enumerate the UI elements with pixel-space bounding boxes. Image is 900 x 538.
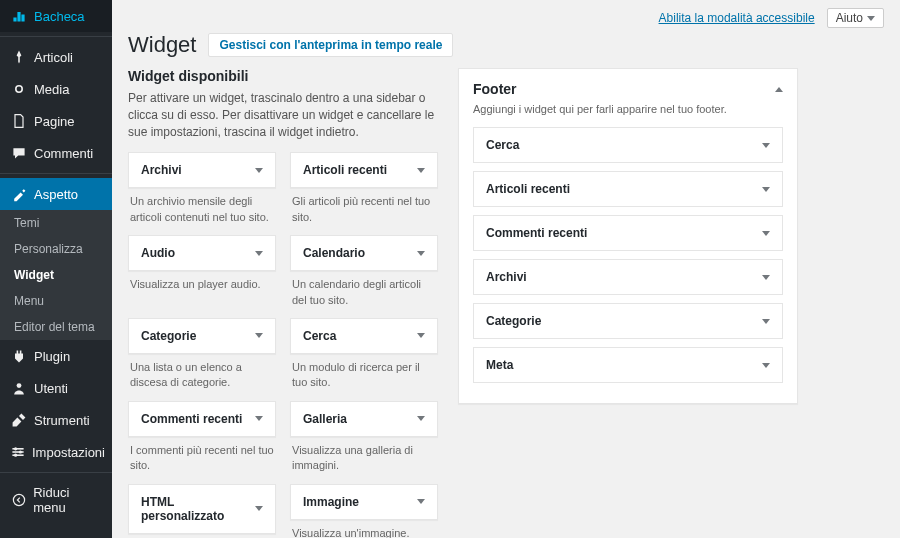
footer-widget-item[interactable]: Articoli recenti (473, 171, 783, 207)
sidebar-item-impostazioni[interactable]: Impostazioni (0, 436, 112, 468)
available-widget: AudioVisualizza un player audio. (128, 235, 276, 308)
widget-name: HTML personalizzato (141, 495, 255, 523)
widget-head[interactable]: Audio (128, 235, 276, 271)
chevron-down-icon (417, 251, 425, 256)
sidebar-item-plugin[interactable]: Plugin (0, 340, 112, 372)
sidebar-label: Plugin (34, 349, 70, 364)
widget-head[interactable]: Categorie (128, 318, 276, 354)
admin-sidebar: Bacheca Articoli Media Pagine Commenti A… (0, 0, 112, 538)
widget-head[interactable]: Immagine (290, 484, 438, 520)
available-widget: CercaUn modulo di ricerca per il tuo sit… (290, 318, 438, 391)
chevron-down-icon (417, 499, 425, 504)
media-icon (10, 81, 28, 97)
sidebar-label: Impostazioni (32, 445, 105, 460)
widget-head[interactable]: Commenti recenti (128, 401, 276, 437)
chevron-down-icon (417, 168, 425, 173)
widget-name: Meta (486, 358, 513, 372)
widget-name: Categorie (141, 329, 196, 343)
widget-name: Categorie (486, 314, 541, 328)
sidebar-sub-editor[interactable]: Editor del tema (0, 314, 112, 340)
widget-name: Galleria (303, 412, 347, 426)
available-widget: CategorieUna lista o un elenco a discesa… (128, 318, 276, 391)
sidebar-label: Commenti (34, 146, 93, 161)
sidebar-item-collapse[interactable]: Riduci menu (0, 477, 112, 523)
widget-area-toggle[interactable]: Footer (473, 81, 783, 97)
chevron-down-icon (762, 319, 770, 324)
widget-name: Cerca (303, 329, 336, 343)
pin-icon (10, 49, 28, 65)
widget-head[interactable]: Articoli recenti (290, 152, 438, 188)
chevron-down-icon (867, 16, 875, 21)
svg-point-1 (17, 383, 22, 388)
chevron-down-icon (255, 251, 263, 256)
widget-area-footer: Footer Aggiungi i widget qui per farli a… (458, 68, 798, 404)
widget-area-title: Footer (473, 81, 517, 97)
widget-desc: Un modulo di ricerca per il tuo sito. (290, 354, 438, 391)
sidebar-label: Articoli (34, 50, 73, 65)
sidebar-item-bacheca[interactable]: Bacheca (0, 0, 112, 32)
plugin-icon (10, 348, 28, 364)
available-widgets-heading: Widget disponibili (128, 68, 438, 84)
widget-name: Archivi (486, 270, 527, 284)
footer-widget-item[interactable]: Commenti recenti (473, 215, 783, 251)
help-button[interactable]: Aiuto (827, 8, 884, 28)
available-widgets-grid: ArchiviUn archivio mensile degli articol… (128, 152, 438, 538)
main-content: Abilita la modalità accessibile Aiuto Wi… (112, 0, 900, 538)
widget-name: Archivi (141, 163, 182, 177)
widget-desc: Visualizza una galleria di immagini. (290, 437, 438, 474)
widget-desc: Gli articoli più recenti nel tuo sito. (290, 188, 438, 225)
chevron-down-icon (255, 506, 263, 511)
available-widgets-intro: Per attivare un widget, trascinalo dentr… (128, 90, 438, 140)
sidebar-sub-personalizza[interactable]: Personalizza (0, 236, 112, 262)
footer-widget-item[interactable]: Categorie (473, 303, 783, 339)
widget-head[interactable]: Archivi (128, 152, 276, 188)
svg-point-8 (13, 494, 24, 505)
footer-widget-item[interactable]: Meta (473, 347, 783, 383)
widget-desc: Codice HTML arbitrario. (128, 534, 276, 538)
widget-desc: Un calendario degli articoli del tuo sit… (290, 271, 438, 308)
collapse-icon (10, 492, 27, 508)
widget-name: Immagine (303, 495, 359, 509)
sidebar-item-pagine[interactable]: Pagine (0, 105, 112, 137)
chevron-down-icon (255, 416, 263, 421)
user-icon (10, 380, 28, 396)
widget-head[interactable]: Galleria (290, 401, 438, 437)
widget-name: Articoli recenti (303, 163, 387, 177)
sidebar-sub-temi[interactable]: Temi (0, 210, 112, 236)
sidebar-item-commenti[interactable]: Commenti (0, 137, 112, 169)
sidebar-sub-widget[interactable]: Widget (0, 262, 112, 288)
page-title: Widget (128, 32, 196, 58)
sidebar-item-articoli[interactable]: Articoli (0, 41, 112, 73)
sidebar-item-strumenti[interactable]: Strumenti (0, 404, 112, 436)
svg-point-7 (14, 454, 17, 457)
page-icon (10, 113, 28, 129)
chevron-down-icon (255, 168, 263, 173)
sidebar-item-utenti[interactable]: Utenti (0, 372, 112, 404)
available-widget: HTML personalizzatoCodice HTML arbitrari… (128, 484, 276, 538)
sidebar-label: Riduci menu (33, 485, 102, 515)
tools-icon (10, 412, 28, 428)
manage-live-preview-button[interactable]: Gestisci con l'anteprima in tempo reale (208, 33, 453, 57)
available-widget: ArchiviUn archivio mensile degli articol… (128, 152, 276, 225)
chevron-down-icon (417, 416, 425, 421)
sidebar-label: Bacheca (34, 9, 85, 24)
chevron-down-icon (762, 231, 770, 236)
sidebar-label: Utenti (34, 381, 68, 396)
widget-head[interactable]: Calendario (290, 235, 438, 271)
accessibility-link[interactable]: Abilita la modalità accessibile (659, 11, 815, 25)
sidebar-submenu: Temi Personalizza Widget Menu Editor del… (0, 210, 112, 340)
sidebar-item-media[interactable]: Media (0, 73, 112, 105)
sidebar-item-aspetto[interactable]: Aspetto (0, 178, 112, 210)
chevron-down-icon (417, 333, 425, 338)
widget-name: Articoli recenti (486, 182, 570, 196)
footer-widget-item[interactable]: Archivi (473, 259, 783, 295)
sidebar-label: Strumenti (34, 413, 90, 428)
widget-area-desc: Aggiungi i widget qui per farli apparire… (473, 103, 783, 115)
svg-point-6 (19, 450, 22, 453)
widget-head[interactable]: Cerca (290, 318, 438, 354)
available-widget: Articoli recentiGli articoli più recenti… (290, 152, 438, 225)
footer-widget-item[interactable]: Cerca (473, 127, 783, 163)
widget-head[interactable]: HTML personalizzato (128, 484, 276, 534)
widget-name: Audio (141, 246, 175, 260)
sidebar-sub-menu[interactable]: Menu (0, 288, 112, 314)
